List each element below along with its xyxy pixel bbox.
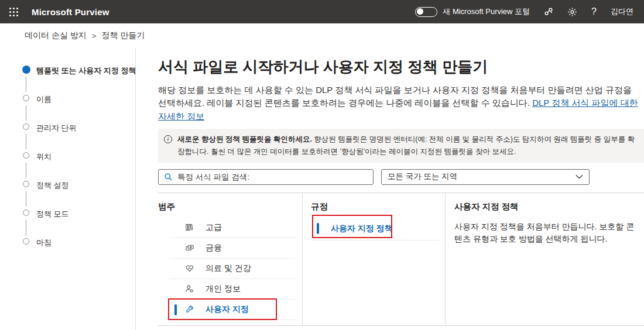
- step-finish[interactable]: 마침: [22, 238, 135, 247]
- wrench-icon: [185, 305, 196, 314]
- chevron-down-icon: [576, 174, 583, 179]
- step-admin-units[interactable]: 관리자 단위: [22, 123, 135, 132]
- breadcrumb-create-policy: 정책 만들기: [101, 30, 145, 41]
- step-dot: [23, 152, 29, 159]
- regulations-column: 규정 사용자 지정 정책: [303, 193, 446, 325]
- regulations-header: 규정: [311, 193, 445, 218]
- guided-link-icon[interactable]: [544, 7, 553, 16]
- step-dot: [23, 181, 29, 187]
- settings-gear-icon[interactable]: [567, 7, 577, 17]
- category-label: 고급: [205, 222, 222, 233]
- category-label: 개인 정보: [205, 284, 241, 294]
- category-custom[interactable]: 사용자 지정: [170, 300, 295, 320]
- detail-panel-title: 사용자 지정 정책: [454, 201, 642, 212]
- help-icon[interactable]: ?: [591, 6, 597, 17]
- template-search-input[interactable]: [177, 173, 368, 181]
- breadcrumb-separator: >: [92, 32, 97, 40]
- main-content: 서식 파일로 시작하거나 사용자 지정 정책 만들기 해당 정보를 보호하는 데…: [136, 48, 644, 330]
- new-portal-toggle[interactable]: [415, 7, 437, 17]
- breadcrumb-dlp[interactable]: 데이터 손실 방지: [25, 30, 87, 41]
- step-dot: [23, 238, 29, 245]
- category-label: 의료 및 건강: [205, 263, 251, 274]
- regulation-label: 사용자 지정 정책: [331, 224, 393, 233]
- library-icon: [185, 223, 196, 232]
- info-banner-bold: 새로운 향상된 정책 템플릿을 확인하세요.: [177, 135, 314, 143]
- step-template-or-custom[interactable]: 템플릿 또는 사용자 지정 정책: [22, 66, 135, 75]
- page-description: 해당 정보를 보호하는 데 사용할 수 있는 DLP 정책 서식 파일을 보거나…: [158, 84, 639, 123]
- person-privacy-icon: [185, 284, 196, 294]
- page-title: 서식 파일로 시작하거나 사용자 지정 정책 만들기: [158, 59, 644, 76]
- category-advanced[interactable]: 고급: [170, 218, 295, 238]
- category-label: 금융: [205, 243, 222, 253]
- step-locations[interactable]: 위치: [22, 152, 135, 161]
- detail-panel: 사용자 지정 정책 사용자 지정 정책을 처음부터 만듭니다. 보호할 콘텐츠 …: [446, 193, 644, 325]
- category-label: 사용자 지정: [205, 304, 249, 315]
- step-label: 이름: [36, 95, 52, 104]
- step-label: 마침: [36, 238, 52, 247]
- step-policy-mode[interactable]: 정책 모드: [22, 209, 135, 218]
- user-name[interactable]: 김다연: [611, 6, 633, 17]
- category-medical-health[interactable]: 의료 및 건강: [170, 259, 295, 279]
- step-dot: [23, 123, 29, 130]
- step-name[interactable]: 이름: [22, 94, 135, 104]
- breadcrumb: 데이터 손실 방지 > 정책 만들기: [0, 23, 644, 48]
- categories-column: 범주 고급: [158, 193, 303, 325]
- category-privacy[interactable]: 개인 정보: [170, 279, 295, 300]
- detail-panel-description: 사용자 지정 정책을 처음부터 만듭니다. 보호할 콘텐츠 유형과 보호 방법을…: [454, 221, 642, 246]
- step-label: 템플릿 또는 사용자 지정 정책: [36, 66, 136, 75]
- info-banner-text: 새로운 향상된 정책 템플릿을 확인하세요. 향상된 템플릿은 명명된 엔터티(…: [177, 133, 640, 157]
- categories-header: 범주: [158, 193, 302, 218]
- selected-indicator-bar: [317, 223, 319, 234]
- category-financial[interactable]: 금융: [170, 238, 295, 259]
- step-dot-active: [22, 66, 30, 74]
- app-title: Microsoft Purview: [32, 7, 109, 17]
- step-label: 정책 설정: [36, 181, 69, 190]
- step-dot: [23, 209, 29, 216]
- selected-indicator-bar: [174, 304, 177, 315]
- step-label: 정책 모드: [36, 209, 69, 218]
- step-dot: [23, 95, 29, 101]
- new-portal-toggle-label: 새 Microsoft Purview 포털: [443, 6, 530, 17]
- waffle-icon: [9, 7, 19, 17]
- template-search-box[interactable]: [158, 169, 374, 185]
- toggle-knob: [417, 8, 423, 15]
- step-label: 관리자 단위: [36, 123, 77, 132]
- regulation-custom-policy[interactable]: 사용자 지정 정책: [311, 218, 439, 240]
- health-heart-icon: [185, 264, 196, 273]
- step-label: 위치: [36, 152, 52, 161]
- wizard-steps-sidebar: 템플릿 또는 사용자 지정 정책 이름 관리자 단위 위치 정책 설정 정책 모…: [0, 48, 136, 330]
- country-region-value: 모든 국가 또는 지역: [388, 171, 457, 182]
- money-icon: [185, 243, 196, 253]
- search-icon: [164, 173, 173, 181]
- top-app-bar: Microsoft Purview 새 Microsoft Purview 포털…: [0, 0, 644, 23]
- country-region-dropdown[interactable]: 모든 국가 또는 지역: [381, 169, 590, 185]
- info-icon: i: [164, 135, 172, 143]
- step-policy-settings[interactable]: 정책 설정: [22, 180, 135, 190]
- info-banner: i 새로운 향상된 정책 템플릿을 확인하세요. 향상된 템플릿은 명명된 엔터…: [158, 129, 644, 162]
- template-selector: 범주 고급: [158, 192, 644, 326]
- app-launcher-waffle-icon[interactable]: [7, 5, 20, 18]
